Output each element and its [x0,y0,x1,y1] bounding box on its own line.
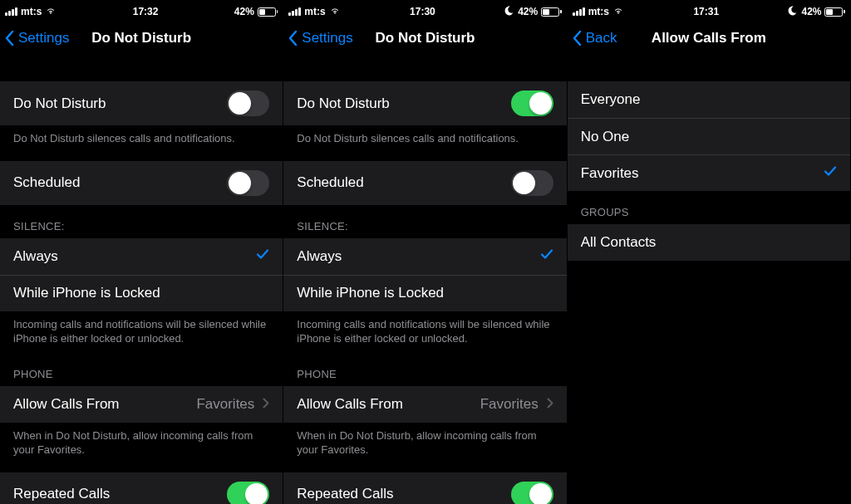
silence-always-row[interactable]: Always [0,238,283,275]
allow-option-noone[interactable]: No One [568,118,850,154]
battery-pct-label: 42% [518,6,538,17]
silence-always-row[interactable]: Always [283,238,566,275]
dnd-label: Do Not Disturb [297,95,389,112]
allow-calls-label: Allow Calls From [13,396,120,413]
dnd-toggle[interactable] [511,91,553,116]
wifi-icon [612,6,624,17]
phone-header: PHONE [0,353,283,386]
battery-icon [258,7,278,17]
scheduled-label: Scheduled [297,174,363,191]
nav-bar: Settings Do Not Disturb [0,20,283,56]
back-button[interactable]: Back [568,30,617,46]
battery-pct-label: 42% [234,6,254,17]
allow-calls-value: Favorites [196,396,254,413]
silence-header: SILENCE: [0,205,283,238]
groups-header: GROUPS [568,191,850,224]
status-bar: mt:s 17:32 42% [0,3,283,20]
back-label: Settings [302,30,352,46]
page-title: Allow Calls From [652,30,766,46]
back-button[interactable]: Settings [0,30,69,46]
silence-footer: Incoming calls and notifications will be… [0,311,283,353]
allow-option-label: No One [581,129,630,145]
check-icon [540,247,553,265]
allow-option-favorites[interactable]: Favorites [568,154,850,191]
dnd-label: Do Not Disturb [13,95,106,112]
carrier-label: mt:s [588,6,609,17]
silence-locked-row[interactable]: While iPhone is Locked [283,275,566,311]
carrier-label: mt:s [21,6,42,17]
repeated-calls-label: Repeated Calls [13,486,110,502]
scheduled-toggle-row[interactable]: Scheduled [0,161,283,205]
dnd-toggle-row[interactable]: Do Not Disturb [0,81,283,125]
wifi-icon [45,6,57,17]
scheduled-toggle[interactable] [511,170,553,196]
repeated-calls-toggle[interactable] [511,482,553,504]
wifi-icon [329,6,341,17]
panel-1: mt:s 17:32 42% Settings Do Not Disturb D… [0,0,283,504]
group-option-all-contacts[interactable]: All Contacts [568,224,850,261]
group-option-label: All Contacts [581,234,657,251]
silence-header: SILENCE: [283,205,566,238]
signal-icon [573,7,585,16]
allow-calls-value: Favorites [480,396,539,413]
chevron-right-icon [263,396,269,413]
status-bar: mt:s 17:30 42% [283,3,566,20]
phone-header: PHONE [283,353,566,386]
repeated-calls-row[interactable]: Repeated Calls [0,472,283,504]
back-label: Settings [18,30,69,46]
allow-calls-footer: When in Do Not Disturb, allow incoming c… [0,423,283,464]
battery-icon [541,7,562,17]
allow-option-everyone[interactable]: Everyone [568,81,850,118]
repeated-calls-row[interactable]: Repeated Calls [283,472,566,504]
page-title: Do Not Disturb [376,30,475,46]
page-title: Do Not Disturb [91,30,191,46]
dnd-footer: Do Not Disturb silences calls and notifi… [283,125,566,153]
back-label: Back [586,30,617,46]
scheduled-toggle[interactable] [227,170,269,196]
dnd-footer: Do Not Disturb silences calls and notifi… [0,125,283,153]
moon-icon [504,6,514,18]
scheduled-label: Scheduled [13,174,80,191]
chevron-right-icon [547,396,553,413]
check-icon [824,164,837,182]
panel-3: mt:s 17:31 42% Back Allow Calls From Eve… [568,0,851,504]
nav-bar: Back Allow Calls From [568,20,850,56]
silence-locked-label: While iPhone is Locked [13,285,160,301]
check-icon [256,247,269,265]
allow-option-label: Favorites [581,165,639,182]
dnd-toggle-row[interactable]: Do Not Disturb [283,81,566,125]
signal-icon [288,7,301,16]
silence-locked-label: While iPhone is Locked [297,285,444,301]
status-bar: mt:s 17:31 42% [568,3,850,20]
back-button[interactable]: Settings [283,30,352,46]
moon-icon [788,6,798,18]
silence-locked-row[interactable]: While iPhone is Locked [0,275,283,311]
clock-label: 17:30 [410,6,435,17]
signal-icon [5,7,17,16]
carrier-label: mt:s [304,6,325,17]
repeated-calls-toggle[interactable] [227,482,269,504]
allow-calls-from-row[interactable]: Allow Calls From Favorites [0,386,283,423]
scheduled-toggle-row[interactable]: Scheduled [283,161,566,205]
allow-calls-label: Allow Calls From [297,396,403,413]
silence-always-label: Always [13,248,58,265]
allow-calls-footer: When in Do Not Disturb, allow incoming c… [283,423,566,464]
silence-always-label: Always [297,248,342,265]
clock-label: 17:32 [133,6,159,17]
panel-2: mt:s 17:30 42% Settings Do Not Disturb D… [283,0,567,504]
silence-footer: Incoming calls and notifications will be… [283,311,566,353]
allow-option-label: Everyone [581,91,641,108]
dnd-toggle[interactable] [227,91,269,116]
battery-pct-label: 42% [801,6,821,17]
allow-calls-from-row[interactable]: Allow Calls From Favorites [283,386,566,423]
clock-label: 17:31 [693,6,719,17]
battery-icon [824,7,845,17]
nav-bar: Settings Do Not Disturb [283,20,566,56]
repeated-calls-label: Repeated Calls [297,486,393,502]
